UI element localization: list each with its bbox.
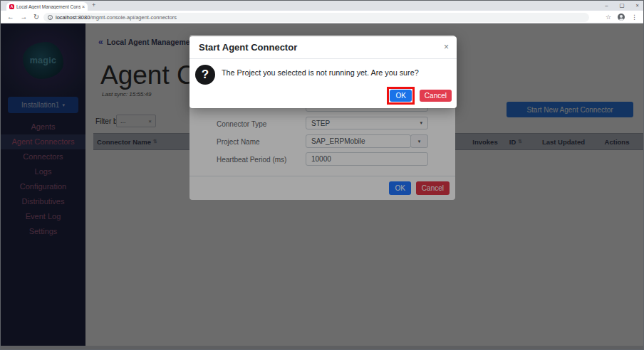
menu-dots-icon[interactable]: ⋮ — [631, 14, 638, 21]
browser-window: A Local Agent Management Conso × + – ▢ ×… — [0, 0, 644, 350]
url-path: /mgmt-console-api/agent-connectors — [90, 14, 177, 21]
reload-icon[interactable]: ↻ — [33, 13, 39, 21]
browser-tab[interactable]: A Local Agent Management Conso × — [6, 2, 88, 11]
new-tab-icon[interactable]: + — [92, 1, 95, 9]
close-tab-icon[interactable]: × — [82, 4, 85, 9]
close-window-icon[interactable]: × — [636, 1, 639, 11]
tab-favicon-icon: A — [9, 4, 14, 9]
close-icon[interactable]: × — [444, 43, 449, 51]
profile-avatar-icon[interactable] — [618, 14, 625, 21]
start-agent-connector-confirm-dialog: Start Agent Connector × ? The Project yo… — [189, 36, 457, 108]
back-icon[interactable]: ← — [7, 13, 14, 21]
tab-title: Local Agent Management Conso — [16, 4, 80, 9]
confirm-dialog-footer: OK Cancel — [387, 87, 452, 105]
toolbar-right: ☆ ⋮ — [606, 11, 638, 23]
site-info-icon[interactable]: i — [48, 15, 53, 20]
confirm-ok-button[interactable]: OK — [390, 90, 411, 102]
confirm-dialog-header: Start Agent Connector × — [189, 36, 457, 59]
app-viewport: magic Installation1 ▾ Agents Agent Conne… — [1, 23, 643, 349]
window-controls: – ▢ × — [605, 1, 639, 11]
annotation-highlight-box: OK — [387, 87, 414, 105]
address-bar[interactable]: i localhost:8080 /mgmt-console-api/agent… — [43, 13, 589, 22]
forward-icon[interactable]: → — [21, 13, 28, 21]
confirm-cancel-button[interactable]: Cancel — [420, 90, 452, 102]
tab-bar: A Local Agent Management Conso × + – ▢ × — [1, 1, 643, 11]
confirm-message: The Project you selected is not running … — [222, 68, 419, 77]
bookmark-star-icon[interactable]: ☆ — [606, 14, 611, 21]
url-host: localhost:8080 — [56, 14, 90, 21]
confirm-dialog-title: Start Agent Connector — [199, 36, 297, 59]
maximize-icon[interactable]: ▢ — [620, 1, 625, 11]
minimize-icon[interactable]: – — [605, 1, 608, 11]
question-icon: ? — [195, 65, 215, 85]
